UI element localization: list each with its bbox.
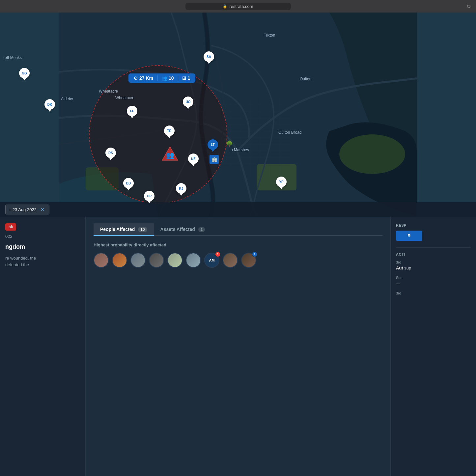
- tab-people-affected[interactable]: People Affected 10: [94, 223, 154, 236]
- tab-assets-affected[interactable]: Assets Affected 1: [154, 223, 212, 236]
- building-icon: 🏢: [211, 157, 217, 162]
- distance-icon: ⊙: [134, 75, 138, 81]
- pin-RS[interactable]: RS: [105, 148, 116, 158]
- pin-bubble-LT: LT: [208, 139, 218, 150]
- distance-value: 27 Km: [139, 75, 153, 81]
- lock-icon: 🔒: [223, 4, 227, 9]
- avatar-1[interactable]: [94, 253, 109, 268]
- browser-chrome: 🔒 restrata.com ↻: [0, 0, 476, 13]
- pin-bubble-UO: UO: [183, 97, 193, 107]
- stat-people: 👥 10: [161, 75, 174, 81]
- pin-KJ[interactable]: KJ: [176, 183, 186, 194]
- pin-bubble-FF: FF: [127, 106, 137, 116]
- avatar-badge-8: !: [252, 252, 257, 257]
- avatar-badge-am: 1: [215, 252, 220, 257]
- tree-icon: 🌳: [226, 140, 233, 148]
- action-date-1: 3rd: [396, 260, 471, 264]
- action-item-1: 3rd Aut sup: [396, 260, 471, 271]
- map-container: ⊙ 27 Km 👥 10 ⊞ 1 Toft Monks Aldeby Wheat…: [0, 13, 476, 217]
- avatar-5[interactable]: [167, 253, 182, 268]
- avatar-circle-2: [112, 253, 127, 268]
- pin-GG[interactable]: GG: [19, 68, 30, 78]
- bottom-panel: sk 022 ngdom re wounded, the defeated th…: [0, 217, 476, 476]
- action-text-2: —: [396, 281, 471, 287]
- right-sidebar: RESP R ACTI 3rd Aut sup Sen — 3rd: [390, 217, 476, 476]
- pin-bubble-SA: SA: [204, 51, 214, 62]
- avatar-circle-7: [223, 253, 238, 268]
- pin-bubble-BD: BD: [123, 178, 134, 188]
- avatar-3[interactable]: [130, 253, 146, 268]
- avatar-2[interactable]: [112, 253, 127, 268]
- pin-FF[interactable]: FF: [127, 106, 137, 116]
- reload-button[interactable]: ↻: [466, 3, 471, 10]
- event-description: re wounded, the defeated the: [5, 255, 80, 268]
- action-date-3: 3rd: [396, 291, 471, 295]
- avatar-circle-6: [186, 253, 201, 268]
- building-marker[interactable]: 🏢: [210, 155, 219, 164]
- assets-value: 1: [188, 75, 190, 81]
- action-item-3: 3rd: [396, 291, 471, 295]
- description-line-2: defeated the: [5, 262, 80, 268]
- url-text: restrata.com: [229, 4, 253, 9]
- pin-DK[interactable]: DK: [44, 99, 55, 110]
- pin-bubble-YP: YP: [276, 177, 287, 187]
- stat-divider-2: [178, 75, 178, 81]
- assets-icon: ⊞: [182, 75, 186, 81]
- incident-triangle-svg: 👥: [161, 146, 179, 161]
- tab-people-count: 10: [138, 227, 147, 232]
- pin-bubble-TR: TR: [164, 126, 175, 136]
- tab-people-label: People Affected: [100, 227, 135, 232]
- tab-assets-count: 1: [198, 227, 205, 232]
- event-title: ngdom: [5, 243, 80, 250]
- map-svg: [0, 13, 476, 217]
- pin-YP[interactable]: YP: [276, 177, 287, 187]
- section-highest-probability-label: Highest probability directly affected: [94, 242, 382, 247]
- pin-OP[interactable]: OP: [144, 191, 154, 201]
- people-value: 10: [169, 75, 174, 81]
- address-bar: 🔒 restrata.com: [185, 3, 291, 10]
- stat-assets: ⊞ 1: [182, 75, 190, 81]
- pin-TR[interactable]: TR: [164, 126, 175, 136]
- date-range: – 23 Aug 2022: [9, 207, 37, 212]
- avatar-am[interactable]: AM 1: [204, 253, 219, 268]
- filter-bar: – 23 Aug 2022 ✕: [0, 202, 476, 217]
- tab-assets-label: Assets Affected: [160, 227, 195, 232]
- pin-bubble-NZ: NZ: [188, 154, 199, 164]
- svg-text:👥: 👥: [166, 151, 174, 159]
- description-line-1: re wounded, the: [5, 255, 80, 262]
- pin-bubble-OP: OP: [144, 191, 154, 201]
- pin-bubble-GG: GG: [19, 68, 30, 78]
- event-date: 022: [5, 234, 80, 239]
- people-icon: 👥: [161, 75, 167, 81]
- avatar-circle-4: [149, 253, 164, 268]
- pin-bubble-RS: RS: [105, 148, 116, 158]
- avatar-7[interactable]: [223, 253, 238, 268]
- pin-UO[interactable]: UO: [183, 97, 193, 107]
- avatar-4[interactable]: [149, 253, 164, 268]
- avatar-circle-5: [167, 253, 182, 268]
- pin-bubble-DK: DK: [44, 99, 55, 110]
- action-bold-1: Aut: [396, 266, 403, 270]
- avatar-circle-3: [130, 253, 146, 268]
- action-text-1: Aut sup: [396, 265, 471, 271]
- action-item-2: Sen —: [396, 276, 471, 287]
- stat-divider-1: [157, 75, 157, 81]
- tabs-container: People Affected 10 Assets Affected 1: [94, 223, 382, 236]
- resp-label: RESP: [396, 223, 471, 227]
- pin-LT[interactable]: LT: [208, 139, 218, 150]
- resp-button[interactable]: R: [396, 231, 422, 241]
- incident-marker[interactable]: 👥: [161, 146, 179, 162]
- main-content: People Affected 10 Assets Affected 1 Hig…: [86, 217, 390, 476]
- action-date-2: Sen: [396, 276, 471, 280]
- pin-NZ[interactable]: NZ: [188, 154, 199, 164]
- pin-bubble-KJ: KJ: [176, 183, 186, 194]
- avatar-6[interactable]: [186, 253, 201, 268]
- date-filter[interactable]: – 23 Aug 2022 ✕: [5, 205, 49, 214]
- pin-BD[interactable]: BD: [123, 178, 134, 188]
- avatar-8[interactable]: !: [241, 253, 256, 268]
- pin-SA[interactable]: SA: [204, 51, 214, 62]
- close-filter-button[interactable]: ✕: [39, 206, 46, 213]
- svg-point-1: [339, 134, 405, 174]
- avatars-row: AM 1 !: [94, 253, 382, 268]
- action-normal-1: sup: [404, 266, 411, 270]
